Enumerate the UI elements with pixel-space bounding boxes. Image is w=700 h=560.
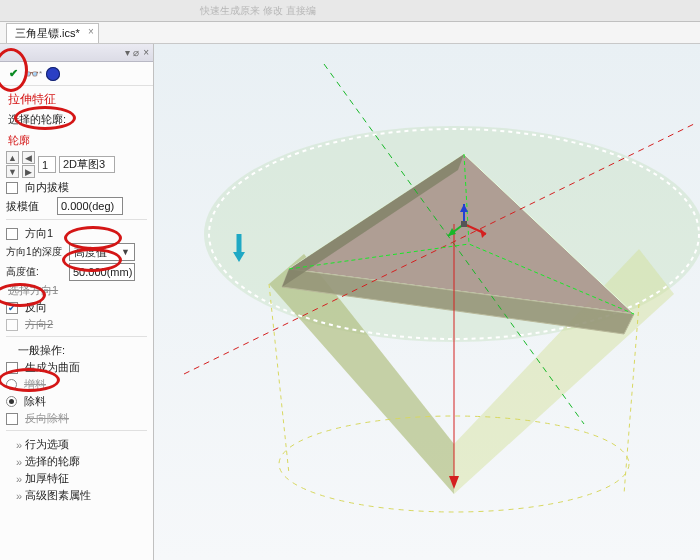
- profile-sketch-name[interactable]: 2D草图3: [59, 156, 115, 173]
- profile-count[interactable]: 1: [38, 156, 56, 173]
- depth1-type-dropdown[interactable]: 高度值 ▼: [69, 243, 135, 261]
- chevron-icon: »: [16, 473, 22, 485]
- reverse-label: 反向: [25, 300, 47, 315]
- behavior-label: 行为选项: [25, 437, 69, 452]
- revremove-row[interactable]: 反向除料: [6, 411, 147, 426]
- dir2-checkbox[interactable]: [6, 319, 18, 331]
- panel-header: ▾ ⌀ ×: [0, 44, 153, 62]
- addmat-radio[interactable]: [6, 379, 17, 390]
- height-row: 高度值: 50.000(mm): [6, 263, 147, 281]
- depth1-type-row: 方向1的深度 高度值 ▼: [6, 243, 147, 261]
- top-ribbon: 快速生成原来 修改 直接编: [0, 0, 700, 22]
- addmat-label: 增料: [24, 377, 46, 392]
- accept-icon[interactable]: ✔: [6, 67, 20, 81]
- draft-value-row: 拔模值 0.000(deg): [6, 197, 147, 215]
- dir1-checkbox[interactable]: [6, 228, 18, 240]
- document-tab-label: 三角星镖.ics*: [15, 27, 80, 39]
- nav-down-icon[interactable]: ▼: [6, 165, 19, 178]
- dir1-label: 方向1: [25, 226, 53, 241]
- dir2-label: 方向2: [25, 317, 53, 332]
- document-tab[interactable]: 三角星镖.ics* ×: [6, 23, 99, 43]
- confirm-toolbar: ✔ 👓*: [0, 62, 153, 86]
- select-dir1-label: 选择方向1: [8, 283, 147, 298]
- behavior-row[interactable]: » 行为选项: [6, 437, 147, 452]
- removemat-label: 除料: [24, 394, 46, 409]
- selected-profile-label: 选择的轮廓:: [8, 112, 147, 127]
- draft-value-label: 拔模值: [6, 199, 54, 214]
- chevron-icon: »: [16, 490, 22, 502]
- close-tab-icon[interactable]: ×: [88, 26, 94, 37]
- profile-picker-row: ▲ ▼ ◀ ▶ 1 2D草图3: [6, 151, 147, 178]
- revremove-checkbox[interactable]: [6, 413, 18, 425]
- nav-up-icon[interactable]: ▲: [6, 151, 19, 164]
- profile-section-title: 轮廓: [8, 133, 147, 148]
- thicken-label: 加厚特征: [25, 471, 69, 486]
- glasses-icon[interactable]: 👓*: [26, 67, 40, 81]
- reverse-row[interactable]: ✔ 反向: [6, 300, 147, 315]
- addmat-row[interactable]: 增料: [6, 377, 147, 392]
- advanced-row[interactable]: » 高级图素属性: [6, 488, 147, 503]
- dropdown-arrow-icon: ▼: [121, 247, 130, 257]
- document-tabstrip: 三角星镖.ics* ×: [0, 22, 700, 44]
- main-split: ▾ ⌀ × ✔ 👓* 拉伸特征 选择的轮廓: 轮廓 ▲ ▼ ◀ ▶ 1: [0, 44, 700, 560]
- draft-inward-row[interactable]: 向内拔模: [6, 180, 147, 195]
- gensurface-row[interactable]: 生成为曲面: [6, 360, 147, 375]
- draft-value-field[interactable]: 0.000(deg): [57, 197, 123, 215]
- dir2-row[interactable]: 方向2: [6, 317, 147, 332]
- property-panel: ▾ ⌀ × ✔ 👓* 拉伸特征 选择的轮廓: 轮廓 ▲ ▼ ◀ ▶ 1: [0, 44, 154, 560]
- draft-inward-checkbox[interactable]: [6, 182, 18, 194]
- gensurface-checkbox[interactable]: [6, 362, 18, 374]
- removemat-row[interactable]: 除料: [6, 394, 147, 409]
- nav-right-icon[interactable]: ▶: [22, 165, 35, 178]
- feature-title: 拉伸特征: [8, 91, 147, 108]
- selprofiles-label: 选择的轮廓: [25, 454, 80, 469]
- dir1-row[interactable]: 方向1: [6, 226, 147, 241]
- viewport-3d[interactable]: [154, 44, 700, 560]
- thicken-row[interactable]: » 加厚特征: [6, 471, 147, 486]
- nav-left-icon[interactable]: ◀: [22, 151, 35, 164]
- advanced-label: 高级图素属性: [25, 488, 91, 503]
- depth1-type-value: 高度值: [74, 245, 107, 260]
- reverse-checkbox[interactable]: ✔: [6, 302, 18, 314]
- depth1-type-label: 方向1的深度: [6, 245, 66, 259]
- panel-close-icon[interactable]: ×: [143, 47, 149, 58]
- gensurface-label: 生成为曲面: [25, 360, 80, 375]
- height-label: 高度值:: [6, 265, 66, 279]
- feature-form: 拉伸特征 选择的轮廓: 轮廓 ▲ ▼ ◀ ▶ 1 2D草图3 向内拔模: [0, 86, 153, 560]
- revremove-label: 反向除料: [25, 411, 69, 426]
- height-field[interactable]: 50.000(mm): [69, 263, 135, 281]
- chevron-icon: »: [16, 456, 22, 468]
- svg-rect-18: [461, 221, 467, 227]
- ribbon-hint: 快速生成原来 修改 直接编: [0, 4, 316, 18]
- pin-icon[interactable]: ▾ ⌀: [125, 47, 139, 58]
- general-ops-label: 一般操作:: [8, 343, 147, 358]
- draft-inward-label: 向内拔模: [25, 180, 69, 195]
- selprofiles-row[interactable]: » 选择的轮廓: [6, 454, 147, 469]
- chevron-icon: »: [16, 439, 22, 451]
- status-dot-icon: [46, 67, 60, 81]
- scene-svg: [154, 44, 700, 560]
- removemat-radio[interactable]: [6, 396, 17, 407]
